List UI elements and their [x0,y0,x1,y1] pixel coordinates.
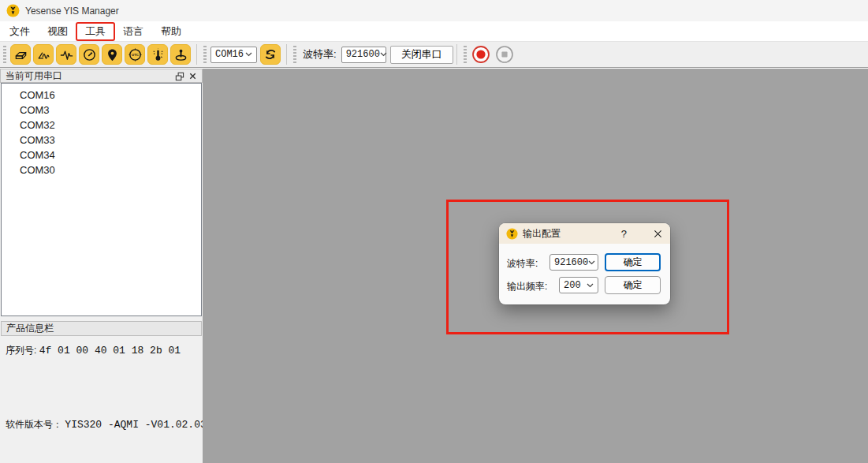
refresh-ports-button[interactable] [260,44,281,65]
app-window: Yesense YIS Manager 文件 视图 工具 语言 帮助 [0,0,868,463]
baud-rate-value: 921600 [346,49,380,60]
port-list-item[interactable]: COM3 [2,103,201,118]
window-title: Yesense YIS Manager [25,6,119,17]
cube-3d-icon [13,47,28,62]
close-serial-port-button[interactable]: 关闭串口 [390,46,453,64]
probe-button[interactable] [170,44,191,65]
toolbar-separator [286,44,287,65]
refresh-icon [263,47,278,62]
title-bar: Yesense YIS Manager [0,0,868,21]
toolbar-drag-handle[interactable] [293,46,296,63]
toolbar: UTC CO [0,41,868,68]
toolbar-drag-handle[interactable] [464,46,467,63]
port-select[interactable]: COM16 [210,47,257,63]
menu-item-language[interactable]: 语言 [114,23,152,40]
stop-icon [495,45,514,64]
dialog-freq-ok-button[interactable]: 确定 [605,276,661,294]
app-logo-icon [6,4,20,17]
dialog-baud-value: 921600 [554,257,588,268]
thermometer-icon [151,47,166,62]
port-select-value: COM16 [215,49,244,60]
utc-clock-button[interactable]: UTC [125,44,145,65]
angle-waveform-button[interactable] [33,44,54,65]
port-list-item[interactable]: COM33 [2,133,201,147]
ports-panel-title: 当前可用串口 [6,69,173,83]
dialog-baud-ok-button[interactable]: 确定 [605,253,661,271]
software-version-value: YIS320 -AQMI -V01.02.03; [65,419,212,431]
toolbar-drag-handle[interactable] [203,46,207,63]
dialog-baud-select[interactable]: 921600 [549,254,598,271]
float-panel-button[interactable] [173,70,186,82]
menu-item-file[interactable]: 文件 [1,23,39,40]
stop-button[interactable] [494,44,515,65]
dialog-baud-label: 波特率: [507,257,538,271]
dialog-close-button[interactable] [654,230,662,238]
dialog-freq-select[interactable]: 200 [559,277,598,293]
chevron-down-icon [588,260,595,265]
menu-bar: 文件 视图 工具 语言 帮助 [0,21,868,41]
angle-waveform-icon [36,47,51,62]
record-button[interactable] [471,44,491,65]
dialog-freq-value: 200 [564,280,581,291]
menu-item-tools[interactable]: 工具 [76,23,114,40]
close-panel-button[interactable] [186,70,199,82]
serial-number-row: 序列号: 4f 01 00 40 01 18 2b 01 [6,344,181,357]
port-list-item[interactable]: COM32 [2,118,201,133]
baud-rate-label: 波特率: [303,47,337,62]
dialog-freq-label: 输出频率: [507,280,547,293]
probe-icon [173,47,188,62]
toolbar-separator [456,44,457,65]
chevron-down-icon [245,52,252,57]
port-list: COM16 COM3 COM32 COM33 COM34 COM30 [1,83,202,316]
dialog-title-bar[interactable]: 输出配置 ? [499,223,670,244]
toolbar-separator [196,44,197,65]
pulse-waveform-button[interactable] [56,44,76,65]
svg-text:UTC: UTC [132,53,140,57]
dialog-logo-icon [506,228,518,240]
port-list-item[interactable]: COM16 [2,88,201,103]
ports-panel-header: 当前可用串口 [0,69,203,83]
cube-3d-button[interactable] [10,44,31,65]
software-version-row: 软件版本号： YIS320 -AQMI -V01.02.03; [6,418,213,431]
baud-rate-select[interactable]: 921600 [341,47,386,63]
toolbar-drag-handle[interactable] [3,46,6,63]
software-version-label: 软件版本号： [6,419,62,430]
output-config-dialog: 输出配置 ? 波特率: 921600 确定 输出频率: 200 [499,223,670,304]
location-pin-button[interactable] [102,44,122,65]
gauge-button[interactable] [79,44,99,65]
product-info-header: 产品信息栏 [1,321,202,336]
location-pin-icon [105,47,120,62]
menu-item-view[interactable]: 视图 [39,23,76,40]
dialog-help-button[interactable]: ? [621,228,627,240]
port-list-item[interactable]: COM30 [2,162,201,177]
chevron-down-icon [587,283,594,288]
serial-number-value: 4f 01 00 40 01 18 2b 01 [39,345,181,357]
utc-clock-icon: UTC [128,47,143,62]
serial-ports-panel: 当前可用串口 COM16 COM3 COM32 COM33 COM34 COM3… [0,69,203,463]
content-area: 当前可用串口 COM16 COM3 COM32 COM33 COM34 COM3… [0,69,868,463]
workspace-area: 输出配置 ? 波特率: 921600 确定 输出频率: 200 [203,69,868,463]
pulse-waveform-icon [59,47,74,62]
port-list-item[interactable]: COM34 [2,147,201,162]
dialog-title: 输出配置 [523,227,617,241]
gauge-icon [82,47,97,62]
serial-number-label: 序列号: [6,345,36,356]
record-icon [471,45,490,64]
chevron-down-icon [380,52,387,57]
menu-item-help[interactable]: 帮助 [152,23,190,40]
thermometer-button[interactable] [147,44,168,65]
